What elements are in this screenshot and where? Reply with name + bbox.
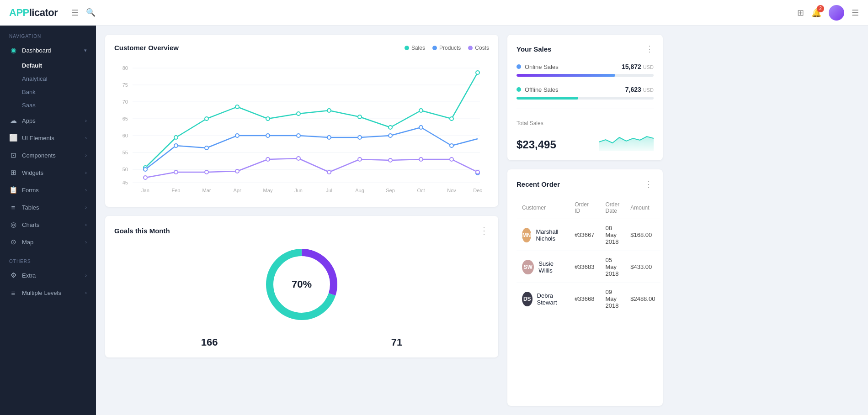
topbar-right: ⊞ 🔔 2 ☰ (797, 5, 859, 21)
donut-percentage: 70% (292, 278, 312, 290)
svg-text:Jun: Jun (294, 188, 303, 193)
order-row-3: DS Debra Stewart #33668 09 May 2018 $248… (517, 283, 660, 315)
total-sales-value: $23,495 (517, 138, 556, 151)
charts-arrow: › (85, 222, 87, 227)
svg-point-39 (476, 71, 479, 74)
legend-costs: Costs (468, 45, 489, 51)
sidebar-item-ui-elements[interactable]: ⬜ UI Elements › (0, 129, 96, 147)
sidebar-sub-default[interactable]: Default (0, 59, 96, 72)
svg-point-62 (450, 158, 453, 161)
online-progress-bar (517, 74, 654, 77)
svg-point-63 (476, 170, 479, 174)
svg-text:75: 75 (122, 82, 128, 88)
notification-badge: 2 (817, 5, 824, 12)
svg-text:Mar: Mar (202, 188, 211, 193)
total-sales-row: $23,495 (517, 128, 654, 151)
hamburger-icon[interactable]: ☰ (71, 8, 79, 18)
svg-point-50 (450, 144, 453, 147)
svg-text:Feb: Feb (172, 188, 181, 193)
svg-point-36 (389, 126, 392, 129)
offline-sales-label: Offline Sales (517, 86, 558, 93)
logo-prefix: APP (9, 7, 29, 18)
sidebar-sub-saas[interactable]: Saas (0, 99, 96, 112)
notification-icon[interactable]: 🔔 2 (811, 8, 821, 18)
sidebar-sub-analytical[interactable]: Analytical (0, 72, 96, 85)
logo-suffix: licator (29, 7, 58, 18)
chart-legend: Sales Products Costs (405, 45, 489, 51)
customer-name-3: Debra Stewart (537, 292, 564, 306)
order-id-2: #33683 (569, 251, 600, 283)
svg-text:Oct: Oct (417, 188, 425, 193)
order-menu[interactable]: ⋮ (644, 179, 654, 189)
svg-point-60 (389, 158, 392, 162)
customer-name-1: Marshall Nichols (536, 228, 564, 242)
sidebar-item-dashboard[interactable]: ◉ Dashboard ▾ (0, 42, 96, 59)
svg-text:65: 65 (122, 116, 128, 121)
sidebar-item-tables[interactable]: ≡ Tables › (0, 199, 96, 216)
sidebar-item-widgets[interactable]: ⊞ Widgets › (0, 164, 96, 181)
sidebar-item-extra[interactable]: ⚙ Extra › (0, 267, 96, 284)
order-table: Customer Order ID Order Date Amount MN M… (517, 197, 660, 315)
svg-text:80: 80 (122, 65, 128, 71)
sales-header: Your Sales ⋮ (517, 44, 654, 54)
goals-menu[interactable]: ⋮ (479, 225, 489, 236)
sales-line (145, 73, 478, 168)
svg-point-57 (297, 157, 300, 160)
extra-icon: ⚙ (9, 271, 17, 279)
your-sales-card: Your Sales ⋮ Online Sales 15,872 USD (507, 35, 663, 160)
apps-grid-icon[interactable]: ⊞ (797, 8, 804, 18)
customer-cell-1: MN Marshall Nichols (517, 219, 569, 251)
right-menu-icon[interactable]: ☰ (852, 8, 859, 18)
online-sales-header: Online Sales 15,872 USD (517, 63, 654, 70)
sales-title: Your Sales (517, 45, 551, 53)
offline-sales-header: Offline Sales 7,623 USD (517, 86, 654, 93)
svg-text:Jan: Jan (141, 188, 149, 193)
order-date-2: 05 May 2018 (600, 251, 625, 283)
svg-point-42 (205, 146, 208, 150)
offline-progress-bar (517, 97, 654, 100)
svg-point-34 (327, 109, 331, 112)
svg-point-41 (174, 144, 178, 147)
topbar: APPlicator ☰ 🔍 ⊞ 🔔 2 ☰ (0, 0, 868, 26)
sidebar-item-apps[interactable]: ☁ Apps › (0, 112, 96, 129)
forms-label: Forms (22, 187, 39, 194)
sidebar: NAVIGATION ◉ Dashboard ▾ Default Analyti… (0, 26, 96, 415)
sales-menu[interactable]: ⋮ (645, 44, 654, 54)
order-row-1: MN Marshall Nichols #33667 08 May 2018 $… (517, 219, 660, 251)
customer-cell-2: SW Susie Willis (517, 251, 569, 283)
user-avatar[interactable] (829, 5, 844, 21)
right-column: Your Sales ⋮ Online Sales 15,872 USD (507, 35, 663, 406)
order-amount-1: $168.00 (625, 219, 660, 251)
svg-point-43 (235, 134, 239, 137)
sidebar-item-map[interactable]: ⊙ Map › (0, 233, 96, 251)
costs-line (145, 158, 478, 178)
components-arrow: › (85, 152, 87, 158)
legend-products-label: Products (439, 45, 461, 51)
sidebar-item-forms[interactable]: 📋 Forms › (0, 181, 96, 199)
svg-point-38 (450, 117, 453, 121)
goals-stat2: 71 (391, 336, 402, 348)
order-date-1: 08 May 2018 (600, 219, 625, 251)
products-line (145, 127, 478, 169)
online-progress-fill (517, 74, 615, 77)
customer-name-2: Susie Willis (538, 260, 564, 274)
sidebar-item-components[interactable]: ⊡ Components › (0, 147, 96, 164)
col-customer: Customer (517, 197, 569, 219)
sidebar-sub-bank[interactable]: Bank (0, 85, 96, 99)
sidebar-item-charts[interactable]: ◎ Charts › (0, 216, 96, 233)
col-order-id: Order ID (569, 197, 600, 219)
total-sales-section: Total Sales $23,495 (517, 109, 654, 151)
map-arrow: › (85, 239, 87, 245)
search-icon[interactable]: 🔍 (86, 8, 96, 18)
ui-elements-arrow: › (85, 135, 87, 141)
svg-text:Aug: Aug (355, 188, 364, 193)
line-chart-svg: 80 75 70 65 60 55 50 45 Jan Feb Mar Apr … (114, 59, 489, 196)
multi-icon: ≡ (9, 289, 17, 297)
offline-dot (517, 87, 521, 92)
svg-text:60: 60 (122, 133, 128, 138)
svg-point-33 (297, 112, 300, 116)
multi-label: Multiple Levels (22, 289, 61, 296)
svg-point-56 (266, 158, 270, 161)
svg-point-46 (327, 136, 331, 139)
sidebar-item-multiple-levels[interactable]: ≡ Multiple Levels › (0, 284, 96, 301)
